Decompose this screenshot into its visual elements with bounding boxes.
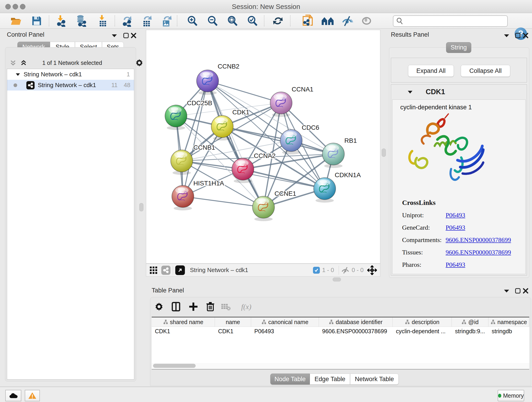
collapse-all-button[interactable]: Collapse All	[461, 65, 510, 77]
table-cell[interactable]: stringdb	[488, 327, 529, 336]
expand-all-button[interactable]: Expand All	[408, 65, 454, 77]
tab-edge-table[interactable]: Edge Table	[310, 374, 350, 385]
table-horizontal-scrollbar[interactable]	[152, 363, 529, 369]
expand-all-networks-icon[interactable]	[20, 59, 27, 66]
network-node-CDC6[interactable]: CDC6	[280, 124, 319, 154]
control-panel-float-icon[interactable]	[123, 32, 129, 38]
network-edge-CCNE1-CCNB2[interactable]	[208, 81, 264, 207]
hide-graphics-details-button[interactable]	[340, 15, 355, 27]
network-options-gear-icon[interactable]	[135, 59, 143, 67]
results-panel-close-icon[interactable]	[523, 32, 529, 38]
current-network-dot	[13, 83, 17, 87]
control-panel-menu-icon[interactable]	[111, 33, 117, 38]
save-session-button[interactable]	[29, 15, 44, 27]
show-graphics-details-button[interactable]	[359, 15, 374, 27]
network-edge-CCNA1-CCNB2[interactable]	[208, 81, 281, 103]
import-table-file-button[interactable]	[95, 15, 110, 27]
zoom-fit-button[interactable]	[225, 15, 240, 27]
import-network-file-button[interactable]	[54, 15, 69, 27]
crosslink-link[interactable]: P06493	[446, 261, 465, 268]
birds-eye-view-icon[interactable]	[175, 265, 185, 275]
horizontal-splitter-handle[interactable]	[333, 278, 341, 281]
export-table-button[interactable]	[139, 15, 155, 27]
import-network-database-button[interactable]	[74, 15, 89, 27]
crosslink-link[interactable]: 9606.ENSP00000378699	[446, 249, 511, 256]
column-header-name[interactable]: name	[215, 317, 251, 327]
collapse-all-networks-icon[interactable]	[10, 59, 17, 66]
delete-column-button[interactable]	[204, 301, 217, 313]
table-cell[interactable]: P06493	[251, 327, 319, 336]
table-panel-close-icon[interactable]	[523, 288, 529, 294]
network-node-CCNE1[interactable]: CCNE1	[253, 190, 296, 221]
table-cell[interactable]: CDK1	[215, 327, 251, 336]
first-neighbors-button[interactable]	[320, 15, 335, 27]
crosslink-link[interactable]: P06493	[446, 211, 465, 219]
selected-nodes-checkbox-icon[interactable]	[313, 267, 320, 274]
crosslink-link[interactable]: 9606.ENSP00000378699	[446, 236, 511, 244]
column-header-database-identifier[interactable]: database identifier	[319, 317, 393, 327]
cloud-status-button[interactable]	[5, 390, 21, 401]
clone-network-button[interactable]	[300, 15, 315, 27]
results-panel-float-icon[interactable]	[515, 32, 521, 38]
crosslink-label: GeneCard:	[402, 224, 446, 231]
export-image-button[interactable]	[159, 15, 174, 27]
column-header-canonical-name[interactable]: canonical name	[251, 317, 319, 327]
refresh-view-button[interactable]	[270, 15, 285, 27]
network-share-view-icon[interactable]	[161, 266, 171, 275]
add-column-button[interactable]	[187, 301, 200, 313]
zoom-in-button[interactable]	[185, 15, 200, 27]
warnings-button[interactable]	[25, 390, 40, 401]
column-header-namespace[interactable]: namespace	[488, 317, 529, 327]
open-session-button[interactable]	[8, 15, 24, 27]
network-collection-row[interactable]: String Network – cdk1 1	[7, 69, 134, 80]
table-panel-float-icon[interactable]	[515, 288, 521, 294]
memory-button[interactable]: Memory	[498, 390, 524, 401]
results-node-header[interactable]: CDK1	[392, 85, 526, 99]
table-row[interactable]: CDK1CDK1P064939606.ENSP00000378699cyclin…	[152, 327, 529, 336]
column-header-description[interactable]: description	[393, 317, 452, 327]
crosslink-label: Tissues:	[402, 249, 446, 256]
network-node-CCNA1[interactable]: CCNA1	[270, 86, 313, 117]
hidden-eye-slash-icon[interactable]	[341, 267, 349, 274]
left-splitter-handle[interactable]	[139, 203, 143, 211]
network-node-CDKN1A[interactable]: CDKN1A	[314, 172, 361, 203]
network-node-RB1[interactable]: RB1	[322, 137, 357, 168]
export-table-icon	[142, 15, 152, 27]
control-panel-close-icon[interactable]	[131, 32, 137, 38]
network-view-canvas[interactable]: CCNB2CCNA1CDC25BCDK1CDC6RB1CCNB1CCNA2CDK…	[146, 30, 380, 264]
tab-network-table-label: Network Table	[355, 376, 394, 383]
move-crosshair-icon[interactable]	[367, 265, 377, 275]
network-row[interactable]: String Network – cdk1 11 48	[7, 80, 134, 90]
show-columns-button[interactable]	[170, 301, 182, 313]
column-header-shared-name[interactable]: shared name	[152, 317, 215, 327]
network-edge-CCNE1-HIST1H1A[interactable]	[183, 196, 264, 207]
results-panel-menu-icon[interactable]	[504, 33, 510, 38]
delete-table-icon	[221, 303, 231, 311]
right-splitter-handle[interactable]	[382, 148, 386, 157]
network-edge-CCNA2-CDKN1A[interactable]	[243, 169, 325, 189]
export-network-button[interactable]	[120, 15, 135, 27]
zoom-selected-icon	[247, 15, 258, 27]
tab-node-table[interactable]: Node Table	[270, 374, 310, 385]
tab-network-table[interactable]: Network Table	[350, 374, 399, 385]
section-caret-icon[interactable]	[407, 90, 413, 94]
column-type-icon	[163, 319, 168, 325]
table-cell[interactable]: CDK1	[152, 327, 215, 336]
scrollbar-thumb[interactable]	[153, 364, 196, 368]
zoom-selected-button[interactable]	[245, 15, 260, 27]
zoom-out-button[interactable]	[205, 15, 220, 27]
column-header--id[interactable]: @id	[452, 317, 488, 327]
network-node-CDC25B[interactable]: CDC25B	[165, 99, 212, 130]
tree-expander-icon[interactable]	[15, 73, 20, 76]
grid-view-icon[interactable]	[149, 266, 158, 274]
search-input[interactable]	[405, 17, 507, 26]
table-cell[interactable]: 9606.ENSP00000378699	[319, 327, 393, 336]
crosslink-link[interactable]: P06493	[446, 224, 465, 231]
table-panel-menu-icon[interactable]	[504, 289, 510, 293]
table-cell[interactable]: stringdb:9...	[452, 327, 488, 336]
tab-string[interactable]: String	[446, 42, 471, 53]
network-graph[interactable]: CCNB2CCNA1CDC25BCDK1CDC6RB1CCNB1CCNA2CDK…	[146, 30, 380, 263]
table-options-button[interactable]	[152, 301, 165, 313]
network-node-HIST1H1A[interactable]: HIST1H1A	[172, 180, 224, 211]
table-cell[interactable]: cyclin-dependent ...	[393, 327, 452, 336]
